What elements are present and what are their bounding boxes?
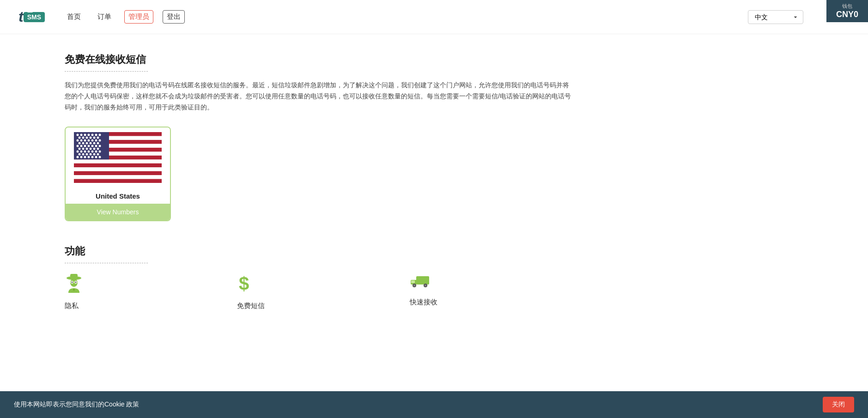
view-numbers-button[interactable]: View Numbers <box>66 204 170 220</box>
country-card-us[interactable]: United States View Numbers <box>65 127 171 221</box>
svg-point-50 <box>88 151 90 153</box>
svg-point-30 <box>86 142 88 145</box>
privacy-icon <box>65 273 83 297</box>
nav-orders[interactable]: 订单 <box>94 11 115 23</box>
feature-free-sms-label: 免费短信 <box>237 302 265 310</box>
svg-point-8 <box>77 134 79 136</box>
svg-point-42 <box>82 148 85 150</box>
svg-point-39 <box>95 145 97 147</box>
svg-point-65 <box>95 156 97 158</box>
svg-point-23 <box>84 139 86 142</box>
svg-rect-79 <box>411 280 415 283</box>
svg-point-35 <box>80 145 83 147</box>
svg-point-59 <box>97 153 99 156</box>
svg-point-61 <box>80 156 83 158</box>
header: t SMS 首页 订单 管理员 登出 中文 English <box>0 0 868 34</box>
svg-point-24 <box>88 139 90 142</box>
logo-t: t <box>18 8 24 25</box>
svg-point-29 <box>82 142 85 145</box>
features-row: 隐私 $ 免费短信 <box>65 273 582 310</box>
svg-point-32 <box>93 142 96 145</box>
feature-fast-receive: 快速接收 <box>410 273 582 310</box>
svg-point-10 <box>84 134 86 136</box>
svg-point-48 <box>80 151 83 153</box>
nav-logout[interactable]: 登出 <box>163 10 185 24</box>
cookie-bar: 使用本网站即表示您同意我们的Cookie 政策 关闭 <box>0 391 868 418</box>
svg-point-55 <box>82 153 85 156</box>
svg-point-16 <box>82 137 85 139</box>
svg-rect-68 <box>70 274 78 279</box>
svg-point-31 <box>90 142 92 145</box>
features-divider <box>65 263 148 263</box>
svg-text:$: $ <box>239 273 249 293</box>
svg-rect-6 <box>74 175 162 179</box>
svg-point-46 <box>97 148 99 150</box>
svg-point-62 <box>84 156 86 158</box>
feature-free-sms: $ 免费短信 <box>237 273 409 310</box>
svg-point-47 <box>77 151 79 153</box>
svg-point-25 <box>91 139 94 142</box>
svg-point-15 <box>79 137 81 139</box>
nav-home[interactable]: 首页 <box>63 11 85 23</box>
svg-point-22 <box>80 139 83 142</box>
svg-point-43 <box>86 148 88 150</box>
free-sms-icon: $ <box>237 273 254 297</box>
svg-rect-5 <box>74 168 162 171</box>
cookie-close-button[interactable]: 关闭 <box>823 397 854 412</box>
svg-point-63 <box>88 156 90 158</box>
features-title: 功能 <box>65 244 582 258</box>
wallet-bar: 钱包 CNY0 <box>826 0 868 22</box>
svg-point-51 <box>91 151 94 153</box>
svg-point-14 <box>99 134 101 136</box>
svg-point-49 <box>84 151 86 153</box>
page-title: 免费在线接收短信 <box>65 53 582 67</box>
us-flag-icon <box>74 132 162 183</box>
svg-rect-4 <box>74 160 162 164</box>
language-select[interactable]: 中文 English <box>748 10 803 24</box>
svg-point-21 <box>77 139 79 142</box>
wallet-label: 钱包 <box>835 3 860 10</box>
svg-point-11 <box>88 134 90 136</box>
feature-fast-receive-label: 快速接收 <box>410 298 437 307</box>
svg-point-41 <box>79 148 81 150</box>
svg-point-18 <box>90 137 92 139</box>
cookie-text: 使用本网站即表示您同意我们的Cookie 政策 <box>14 400 813 409</box>
svg-point-64 <box>91 156 94 158</box>
svg-point-40 <box>99 145 101 147</box>
title-divider <box>65 71 148 72</box>
svg-point-17 <box>86 137 88 139</box>
logo[interactable]: t SMS <box>18 8 45 25</box>
svg-point-66 <box>99 156 101 158</box>
svg-rect-77 <box>416 276 429 285</box>
svg-point-73 <box>75 282 77 283</box>
fast-receive-icon <box>410 273 433 293</box>
svg-point-44 <box>90 148 92 150</box>
main-nav: 首页 订单 管理员 登出 <box>63 10 185 24</box>
svg-point-28 <box>79 142 81 145</box>
svg-point-45 <box>93 148 96 150</box>
feature-privacy: 隐私 <box>65 273 237 310</box>
logo-sms: SMS <box>24 12 45 22</box>
svg-point-34 <box>77 145 79 147</box>
svg-point-20 <box>97 137 99 139</box>
features-section: 功能 <box>65 244 582 310</box>
svg-point-57 <box>90 153 92 156</box>
svg-point-13 <box>95 134 97 136</box>
feature-privacy-label: 隐私 <box>65 302 79 310</box>
country-name: United States <box>66 188 170 204</box>
svg-point-9 <box>80 134 83 136</box>
svg-point-72 <box>72 282 73 283</box>
nav-admin[interactable]: 管理员 <box>124 10 153 24</box>
svg-point-81 <box>413 285 415 286</box>
svg-point-12 <box>91 134 94 136</box>
svg-point-37 <box>88 145 90 147</box>
svg-point-56 <box>86 153 88 156</box>
svg-point-58 <box>93 153 96 156</box>
hero-description: 我们为您提供免费使用我们的电话号码在线匿名接收短信的服务。最近，短信垃圾邮件急剧… <box>65 80 573 113</box>
svg-point-52 <box>95 151 97 153</box>
svg-point-33 <box>97 142 99 145</box>
svg-point-27 <box>99 139 101 142</box>
wallet-amount: CNY0 <box>835 10 860 19</box>
svg-point-38 <box>91 145 94 147</box>
svg-point-26 <box>95 139 97 142</box>
